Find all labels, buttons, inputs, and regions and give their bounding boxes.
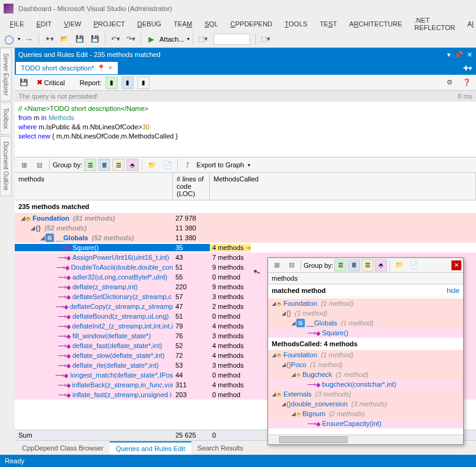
list-item[interactable]: ◢⬘Bugcheck (1 method): [268, 370, 463, 379]
menu-edit[interactable]: EDIT: [30, 18, 58, 29]
save-icon[interactable]: 💾: [73, 32, 86, 46]
popup-close-icon[interactable]: ✕: [451, 260, 461, 270]
menu-project[interactable]: PROJECT: [87, 18, 131, 29]
list-item[interactable]: ⟶◆bugcheck(constchar*,int): [268, 379, 463, 389]
col-methods[interactable]: methods: [15, 173, 173, 200]
menu-architecture[interactable]: ARCHITECTURE: [343, 18, 408, 29]
code-editor[interactable]: // <Name>TODO short description</Name> f…: [15, 102, 476, 157]
list-item[interactable]: ◢⬘Foundation (1 method): [268, 350, 463, 360]
hide-link[interactable]: hide: [447, 287, 459, 294]
open-icon[interactable]: 📂: [58, 32, 71, 46]
list-item[interactable]: ◢{} Poco (1 method): [268, 360, 463, 370]
sum-label: Sum: [15, 431, 173, 439]
col-mc[interactable]: MethodsCalled: [210, 173, 476, 200]
sidetab-server-explorer[interactable]: Server Explorer: [0, 48, 12, 101]
btab-search[interactable]: Search Results: [191, 442, 250, 454]
panel-menu-icon[interactable]: ▾: [447, 51, 451, 59]
pop-folder-icon[interactable]: 📁: [393, 259, 406, 272]
list-item[interactable]: ◢⬘Bignum (2 methods): [268, 409, 463, 419]
menu-file[interactable]: FILE: [4, 18, 30, 29]
config-icon[interactable]: ⬚▾: [196, 32, 210, 46]
menu-test[interactable]: TEST: [313, 18, 343, 29]
menu-debug[interactable]: DEBUG: [131, 18, 167, 29]
pop-matched: matched method: [272, 287, 326, 294]
col-loc[interactable]: # lines of code (LOC): [173, 173, 210, 200]
pop-btn1[interactable]: ⊞: [270, 259, 283, 272]
panel-title: Queries and Rules Edit - 235 methods mat…: [18, 51, 161, 58]
grp-m[interactable]: ⬘: [126, 159, 139, 171]
menu-netreflector[interactable]: .NET REFLECTOR: [408, 15, 461, 33]
table-row[interactable]: ◢{} (52 methods)11 380: [15, 223, 476, 233]
sidetab-doc-outline[interactable]: Document Outline: [0, 136, 12, 196]
list-item[interactable]: ◢⬘Foundation (1 method): [268, 298, 463, 308]
panel-pin-icon[interactable]: 📌: [455, 51, 463, 59]
btab-queries[interactable]: Queries and Rules Edit: [110, 441, 191, 455]
list-item[interactable]: ◢⬘Externals (3 methods): [268, 389, 463, 399]
export-icon[interactable]: ⤴: [181, 158, 194, 172]
timing-status: 8 ms: [458, 93, 472, 100]
report-btn2[interactable]: ▮: [121, 77, 134, 89]
menu-team[interactable]: TEAM: [167, 18, 199, 29]
pop-grp-y[interactable]: ☰: [361, 259, 374, 271]
menu-view[interactable]: VIEW: [58, 18, 87, 29]
list-item[interactable]: ◢G__Globals (1 method): [268, 318, 463, 328]
tab-close-icon[interactable]: ✕: [108, 65, 113, 71]
report-btn1[interactable]: ▮: [106, 77, 118, 89]
pop-grp-g[interactable]: ☰: [334, 259, 347, 271]
vs-logo-icon: [4, 4, 13, 13]
window-title: Dashboard - Microsoft Visual Studio (Adm…: [18, 5, 172, 12]
editor-tab[interactable]: TODO short description* 📍 ✕: [16, 62, 118, 74]
pop-btn2[interactable]: ⊟: [285, 259, 298, 272]
pop-grp-m[interactable]: ⬘: [375, 259, 387, 271]
popup-hscroll[interactable]: [268, 435, 463, 444]
config-dropdown[interactable]: [213, 34, 250, 45]
table-row[interactable]: ◢G__Globals (52 methods)11 380: [15, 233, 476, 243]
grp-b[interactable]: ≣: [98, 159, 110, 171]
pop-doc-icon[interactable]: 📄: [407, 259, 421, 272]
report-label: Report:: [80, 79, 102, 86]
critical-toggle[interactable]: ✖Critical: [34, 77, 67, 88]
report-btn3[interactable]: ▮: [137, 77, 150, 89]
menu-tools[interactable]: TOOLS: [278, 18, 313, 29]
start-icon[interactable]: ▶: [144, 32, 158, 46]
attach-button[interactable]: Attach...: [159, 36, 184, 43]
folder-icon[interactable]: 📁: [145, 158, 159, 172]
grid-btn1[interactable]: ⊞: [17, 158, 31, 172]
list-item[interactable]: ⟶◆Square(): [268, 328, 463, 338]
pop-groupby: Group by:: [304, 262, 333, 269]
pop-grp-b[interactable]: ≣: [348, 259, 360, 271]
list-item[interactable]: ⟶◆EnsureCapacity(int): [268, 419, 463, 428]
sidetab-toolbox[interactable]: Toolbox: [0, 102, 12, 134]
menu-analyze[interactable]: AI: [461, 18, 476, 29]
menu-cppdepend[interactable]: CPPDEPEND: [225, 18, 278, 29]
extra-icon[interactable]: ⬚▾: [259, 32, 272, 46]
tab-add-icon[interactable]: ✚▾: [463, 64, 472, 72]
methods-popup: ⊞ ⊟ Group by: ☰ ≣ ☰ ⬘ 📁 📄 ✕ methods matc…: [267, 257, 464, 445]
sum-loc: 25 625: [173, 431, 210, 439]
doc-icon[interactable]: 📄: [161, 158, 174, 172]
help-icon[interactable]: ❓: [460, 76, 474, 89]
list-item[interactable]: ◢{} double_conversion (3 methods): [268, 399, 463, 409]
list-item[interactable]: ◢{} (1 method): [268, 308, 463, 318]
btab-class-browser[interactable]: CppDepend Class Browser: [16, 442, 110, 454]
panel-close-icon[interactable]: ✕: [467, 51, 472, 59]
gear-icon[interactable]: ⚙: [443, 76, 456, 89]
table-row[interactable]: ◢⬘Foundation (81 methods)27 978: [15, 213, 476, 223]
save-query-icon[interactable]: 💾: [17, 76, 31, 89]
grp-y[interactable]: ☰: [112, 159, 125, 171]
grp-g[interactable]: ☰: [84, 159, 96, 171]
groupby-label: Group by:: [53, 161, 82, 169]
tab-pin-icon[interactable]: 📍: [97, 64, 106, 72]
redo-icon[interactable]: ↷▾: [124, 32, 137, 46]
pop-col-header: methods: [268, 273, 463, 284]
export-graph-button[interactable]: Export to Graph: [196, 161, 244, 169]
new-icon[interactable]: ✦▾: [42, 32, 56, 46]
nav-back-icon[interactable]: ◯: [2, 32, 16, 46]
nav-fwd-icon[interactable]: →: [22, 32, 36, 46]
table-row[interactable]: ⟶◆Square()354 methods ➜: [15, 243, 476, 252]
persist-status: The query is not persisted!: [18, 93, 98, 100]
undo-icon[interactable]: ↶▾: [109, 32, 122, 46]
grid-btn2[interactable]: ⊟: [33, 158, 46, 172]
saveall-icon[interactable]: 💾: [88, 32, 102, 46]
menu-sql[interactable]: SQL: [199, 18, 225, 29]
